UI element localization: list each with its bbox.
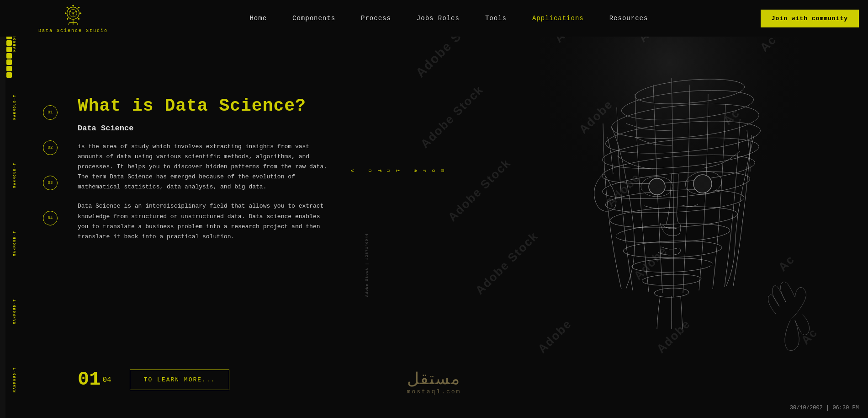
- side-label-2: MAHMOUD-T: [13, 94, 34, 120]
- svg-point-15: [67, 18, 68, 19]
- sidebar-numbers: 01 02 03 04: [37, 37, 64, 418]
- counter-current: 01: [78, 369, 101, 391]
- svg-point-24: [75, 11, 77, 11]
- side-label-4: MAHMOUD-T: [13, 230, 34, 256]
- svg-point-14: [78, 18, 79, 19]
- svg-point-23: [69, 11, 71, 11]
- header: Data Science Studio Home Components Proc…: [0, 0, 868, 37]
- learn-more-button[interactable]: TO LEARN MORE...: [130, 370, 230, 390]
- nav-tools[interactable]: Tools: [472, 15, 519, 22]
- nav-applications[interactable]: Applications: [519, 15, 597, 22]
- side-label-5: MAHMOUD-T: [13, 299, 34, 324]
- svg-rect-45: [471, 0, 868, 418]
- svg-point-12: [78, 6, 79, 8]
- svg-point-13: [67, 6, 68, 8]
- side-label-3: MAHMOUD-T: [13, 162, 34, 188]
- step-4[interactable]: 04: [43, 211, 58, 225]
- logo-area: Data Science Studio: [37, 4, 110, 33]
- step-1[interactable]: 01: [43, 105, 58, 120]
- wireframe-head-svg: [471, 0, 868, 418]
- nav-jobs[interactable]: Jobs Roles: [404, 15, 472, 22]
- logo-text: Data Science Studio: [38, 28, 108, 33]
- nav-process[interactable]: Process: [348, 15, 404, 22]
- svg-line-19: [77, 22, 78, 24]
- slide-counter: 01 04: [78, 369, 111, 391]
- mostaql-logo-text: مستقل: [407, 369, 461, 388]
- mostaql-url: mostaql.com: [407, 388, 461, 395]
- svg-line-18: [69, 22, 69, 24]
- logo-icon: [62, 4, 85, 27]
- mostaql-watermark: مستقل mostaql.com: [407, 369, 461, 395]
- side-label-6: MAHMOUD-T: [13, 367, 34, 392]
- nav-resources[interactable]: Resources: [597, 15, 661, 22]
- datetime-display: 30/10/2002 | 06:30 PM: [790, 405, 859, 411]
- svg-point-11: [65, 12, 66, 14]
- wireframe-panel: [471, 0, 868, 418]
- more-info-text: moreinfov: [347, 169, 447, 174]
- bottom-bar: 01 04 TO LEARN MORE...: [78, 369, 229, 391]
- svg-point-10: [80, 12, 81, 14]
- section-title: What is Data Science?: [78, 96, 329, 116]
- paragraph-1: is the area of study which involves extr…: [78, 142, 329, 192]
- step-2[interactable]: 02: [43, 140, 58, 155]
- step-3[interactable]: 03: [43, 176, 58, 190]
- svg-point-25: [72, 12, 74, 14]
- nav-home[interactable]: Home: [237, 15, 280, 22]
- main-nav: Home Components Process Jobs Roles Tools…: [137, 15, 761, 22]
- counter-total: 04: [102, 376, 111, 387]
- paragraph-2: Data Science is an interdisciplinary fie…: [78, 201, 329, 241]
- nav-components[interactable]: Components: [280, 15, 348, 22]
- content-subtitle: Data Science: [78, 124, 329, 133]
- stock-id: Adobe Stock | #287146944: [365, 233, 369, 297]
- content-area: What is Data Science? Data Science is th…: [64, 37, 347, 418]
- svg-point-9: [72, 5, 74, 6]
- join-button[interactable]: Join with community: [761, 10, 859, 27]
